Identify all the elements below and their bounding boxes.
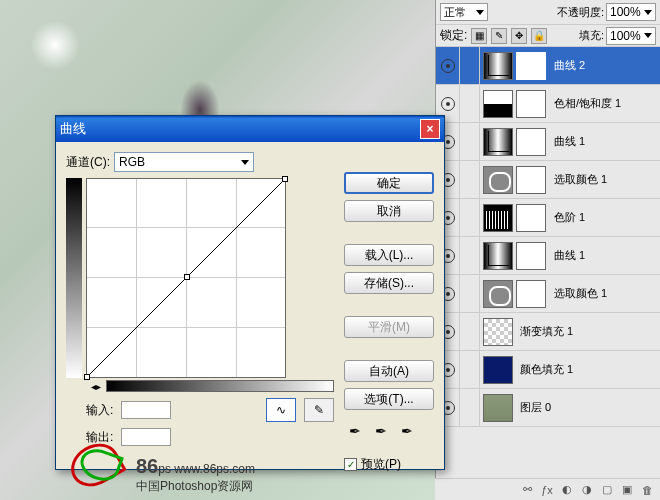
layer-name: 曲线 1 <box>550 134 660 149</box>
link-cell[interactable] <box>460 237 480 275</box>
fill-input[interactable]: 100% <box>606 27 656 45</box>
layer-name: 色相/饱和度 1 <box>550 96 660 111</box>
layers-footer: ⚯ ƒx ◐ ◑ ▢ ▣ 🗑 <box>435 478 660 500</box>
layer-row[interactable]: 色阶 1 <box>436 199 660 237</box>
curve-tool-button[interactable]: ∿ <box>266 398 296 422</box>
opacity-input[interactable]: 100% <box>606 3 656 21</box>
layer-row[interactable]: 选取颜色 1 <box>436 161 660 199</box>
link-cell[interactable] <box>460 161 480 199</box>
layer-thumbnail[interactable] <box>483 280 513 308</box>
layer-row[interactable]: 图层 0 <box>436 389 660 427</box>
layer-row[interactable]: 曲线 2 <box>436 47 660 85</box>
link-cell[interactable] <box>460 313 480 351</box>
preview-label: 预览(P) <box>361 456 401 473</box>
blend-mode-select[interactable]: 正常 <box>440 3 488 21</box>
layer-name: 图层 0 <box>516 400 660 415</box>
layer-list: 曲线 2色相/饱和度 1曲线 1选取颜色 1色阶 1曲线 1选取颜色 1渐变填充… <box>436 47 660 427</box>
fill-label: 填充: <box>579 28 604 43</box>
layer-thumbnail[interactable] <box>483 356 513 384</box>
layer-row[interactable]: 渐变填充 1 <box>436 313 660 351</box>
preview-checkbox[interactable]: ✓ <box>344 458 357 471</box>
opacity-label: 不透明度: <box>557 5 604 20</box>
layer-row[interactable]: 曲线 1 <box>436 237 660 275</box>
layer-mask[interactable] <box>516 280 546 308</box>
dialog-title: 曲线 <box>60 120 420 138</box>
auto-button[interactable]: 自动(A) <box>344 360 434 382</box>
channel-label: 通道(C): <box>66 154 110 171</box>
lock-transparent-icon[interactable]: ▦ <box>471 28 487 44</box>
layer-mask[interactable] <box>516 204 546 232</box>
lock-row: 锁定: ▦ ✎ ✥ 🔒 填充: 100% <box>436 25 660 47</box>
input-label: 输入: <box>86 402 113 419</box>
link-cell[interactable] <box>460 47 480 85</box>
layer-thumbnail[interactable] <box>483 204 513 232</box>
dropdown-icon <box>476 10 484 15</box>
layer-thumbnail[interactable] <box>483 90 513 118</box>
dialog-titlebar[interactable]: 曲线 × <box>56 116 444 142</box>
folder-icon[interactable]: ▢ <box>598 481 616 499</box>
layer-mask[interactable] <box>516 52 546 80</box>
link-cell[interactable] <box>460 275 480 313</box>
gray-eyedropper-icon[interactable]: ✒ <box>370 420 392 442</box>
layer-name: 渐变填充 1 <box>516 324 660 339</box>
curve-point[interactable] <box>84 374 90 380</box>
smooth-button[interactable]: 平滑(M) <box>344 316 434 338</box>
gradient-toggle-icon[interactable]: ◂▸ <box>86 380 106 392</box>
layer-thumbnail[interactable] <box>483 52 513 80</box>
fx-icon[interactable]: ƒx <box>538 481 556 499</box>
link-icon[interactable]: ⚯ <box>518 481 536 499</box>
cancel-button[interactable]: 取消 <box>344 200 434 222</box>
layer-thumbnail[interactable] <box>483 394 513 422</box>
load-button[interactable]: 载入(L)... <box>344 244 434 266</box>
layer-row[interactable]: 色相/饱和度 1 <box>436 85 660 123</box>
link-cell[interactable] <box>460 389 480 427</box>
layer-name: 选取颜色 1 <box>550 286 660 301</box>
horizontal-gradient <box>106 380 334 392</box>
lock-position-icon[interactable]: ✥ <box>511 28 527 44</box>
save-button[interactable]: 存储(S)... <box>344 272 434 294</box>
link-cell[interactable] <box>460 351 480 389</box>
layer-name: 曲线 1 <box>550 248 660 263</box>
lock-all-icon[interactable]: 🔒 <box>531 28 547 44</box>
layer-mask[interactable] <box>516 242 546 270</box>
close-button[interactable]: × <box>420 119 440 139</box>
white-eyedropper-icon[interactable]: ✒ <box>396 420 418 442</box>
layer-name: 色阶 1 <box>550 210 660 225</box>
layer-row[interactable]: 曲线 1 <box>436 123 660 161</box>
adjustment-icon[interactable]: ◑ <box>578 481 596 499</box>
layer-thumbnail[interactable] <box>483 242 513 270</box>
layer-thumbnail[interactable] <box>483 318 513 346</box>
link-cell[interactable] <box>460 123 480 161</box>
layer-name: 曲线 2 <box>550 58 660 73</box>
layer-mask[interactable] <box>516 128 546 156</box>
black-eyedropper-icon[interactable]: ✒ <box>344 420 366 442</box>
layers-panel: 正常 不透明度: 100% 锁定: ▦ ✎ ✥ 🔒 填充: 100% 曲线 2色… <box>435 0 660 500</box>
options-button[interactable]: 选项(T)... <box>344 388 434 410</box>
output-field[interactable] <box>121 428 171 446</box>
layer-mask[interactable] <box>516 90 546 118</box>
link-cell[interactable] <box>460 85 480 123</box>
mask-icon[interactable]: ◐ <box>558 481 576 499</box>
visibility-toggle[interactable] <box>436 47 460 85</box>
curves-dialog: 曲线 × 通道(C): RGB <box>55 115 445 470</box>
curve-point[interactable] <box>184 274 190 280</box>
pencil-tool-button[interactable]: ✎ <box>304 398 334 422</box>
ok-button[interactable]: 确定 <box>344 172 434 194</box>
channel-select[interactable]: RGB <box>114 152 254 172</box>
new-layer-icon[interactable]: ▣ <box>618 481 636 499</box>
input-field[interactable] <box>121 401 171 419</box>
layer-row[interactable]: 选取颜色 1 <box>436 275 660 313</box>
layers-header: 正常 不透明度: 100% <box>436 0 660 25</box>
eye-icon <box>441 97 455 111</box>
lock-pixels-icon[interactable]: ✎ <box>491 28 507 44</box>
eye-icon <box>441 59 455 73</box>
layer-thumbnail[interactable] <box>483 128 513 156</box>
trash-icon[interactable]: 🗑 <box>638 481 656 499</box>
layer-row[interactable]: 颜色填充 1 <box>436 351 660 389</box>
lock-label: 锁定: <box>440 27 467 44</box>
curve-editor[interactable] <box>86 178 286 378</box>
link-cell[interactable] <box>460 199 480 237</box>
curve-point[interactable] <box>282 176 288 182</box>
layer-thumbnail[interactable] <box>483 166 513 194</box>
layer-mask[interactable] <box>516 166 546 194</box>
